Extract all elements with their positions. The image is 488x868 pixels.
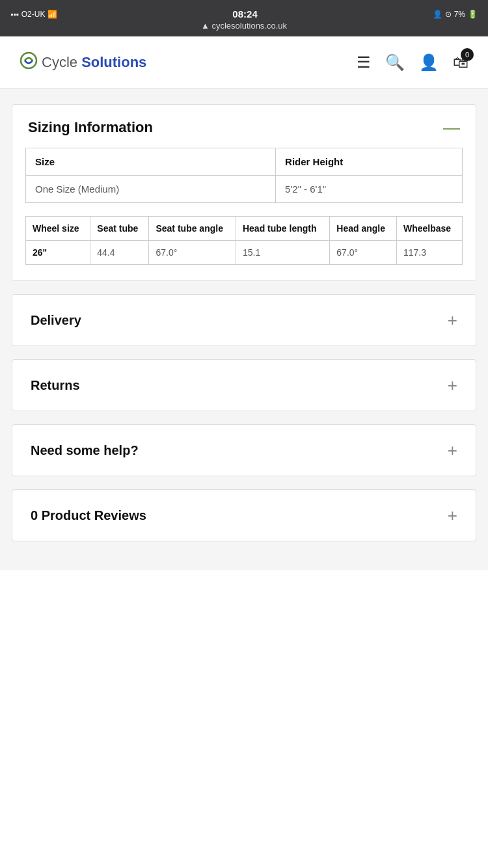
head-angle-value: 67.0° (330, 241, 397, 265)
logo-solutions: Solutions (81, 54, 146, 70)
url-bar: ▲ cyclesolutions.co.uk (201, 21, 287, 31)
help-section: Need some help? + (12, 424, 476, 476)
reviews-section: 0 Product Reviews + (12, 489, 476, 541)
wheelbase-header: Wheelbase (396, 217, 462, 241)
svg-point-0 (21, 53, 36, 68)
head-tube-length-header: Head tube length (236, 217, 329, 241)
rider-height-value: 5'2" - 6'1" (276, 176, 463, 203)
reviews-header[interactable]: 0 Product Reviews + (12, 490, 476, 541)
logo-icon (20, 51, 38, 74)
warning-icon: ▲ (201, 21, 210, 31)
sizing-section: Sizing Information — Size Rider Height O… (12, 104, 476, 281)
head-tube-length-value: 15.1 (236, 241, 329, 265)
delivery-expand-icon: + (448, 312, 457, 329)
reviews-label: 0 Product Reviews (31, 508, 146, 523)
cart-badge: 0 (461, 48, 474, 61)
battery-icon: 🔋 (468, 10, 478, 19)
sizing-title: Sizing Information (28, 119, 153, 136)
size-value: One Size (Medium) (26, 176, 276, 203)
reviews-expand-icon: + (448, 507, 457, 524)
rider-height-col-header: Rider Height (276, 148, 463, 176)
delivery-section: Delivery + (12, 294, 476, 346)
help-header[interactable]: Need some help? + (12, 425, 476, 476)
navbar: Cycle Solutions ☰ 🔍 👤 🛍 0 (0, 36, 488, 88)
delivery-label: Delivery (31, 313, 81, 328)
carrier-name: O2-UK (21, 10, 46, 19)
returns-header[interactable]: Returns + (12, 360, 476, 411)
sizing-header: Sizing Information — (12, 105, 476, 148)
help-expand-icon: + (448, 442, 457, 459)
returns-expand-icon: + (448, 377, 457, 394)
seat-tube-header: Seat tube (90, 217, 149, 241)
returns-section: Returns + (12, 359, 476, 411)
status-bar-right: 👤 ⊙ 7% 🔋 (433, 10, 478, 19)
person-icon: 👤 (433, 10, 442, 19)
status-bar-left: ▪▪▪ O2-UK 📶 (10, 10, 57, 19)
specs-row: 26" 44.4 67.0° 15.1 67.0° 117.3 (26, 241, 463, 265)
head-angle-header: Head angle (330, 217, 397, 241)
main-content: Sizing Information — Size Rider Height O… (0, 88, 488, 570)
seat-tube-angle-value: 67.0° (149, 241, 236, 265)
battery-percent: 7% (454, 10, 465, 19)
wheel-size-header: Wheel size (26, 217, 90, 241)
search-icon[interactable]: 🔍 (385, 53, 405, 72)
delivery-header[interactable]: Delivery + (12, 295, 476, 346)
nav-icons: ☰ 🔍 👤 🛍 0 (357, 53, 468, 72)
time-display: 08:24 (232, 8, 257, 20)
returns-label: Returns (31, 378, 80, 393)
wifi-icon: 📶 (47, 10, 57, 19)
sizing-content: Size Rider Height One Size (Medium) 5'2"… (12, 148, 476, 280)
size-table: Size Rider Height One Size (Medium) 5'2"… (25, 148, 463, 203)
status-bar: ▪▪▪ O2-UK 📶 08:24 👤 ⊙ 7% 🔋 ▲ cyclesoluti… (0, 0, 488, 36)
specs-table: Wheel size Seat tube Seat tube angle Hea… (25, 216, 463, 265)
size-col-header: Size (26, 148, 276, 176)
cart-icon[interactable]: 🛍 0 (453, 53, 468, 72)
url-text: cyclesolutions.co.uk (211, 21, 287, 31)
logo-text: Cycle Solutions (42, 54, 146, 71)
table-row: One Size (Medium) 5'2" - 6'1" (26, 176, 463, 203)
seat-tube-value: 44.4 (90, 241, 149, 265)
account-icon[interactable]: 👤 (419, 53, 439, 72)
help-label: Need some help? (31, 443, 139, 458)
collapse-icon[interactable]: — (443, 119, 460, 136)
logo-cycle: Cycle (42, 54, 81, 70)
menu-icon[interactable]: ☰ (357, 53, 371, 72)
logo[interactable]: Cycle Solutions (20, 51, 146, 74)
seat-tube-angle-header: Seat tube angle (149, 217, 236, 241)
signal-icon: ▪▪▪ (10, 10, 19, 19)
wheelbase-value: 117.3 (396, 241, 462, 265)
wheel-size-value: 26" (26, 241, 90, 265)
location-icon: ⊙ (445, 10, 452, 19)
